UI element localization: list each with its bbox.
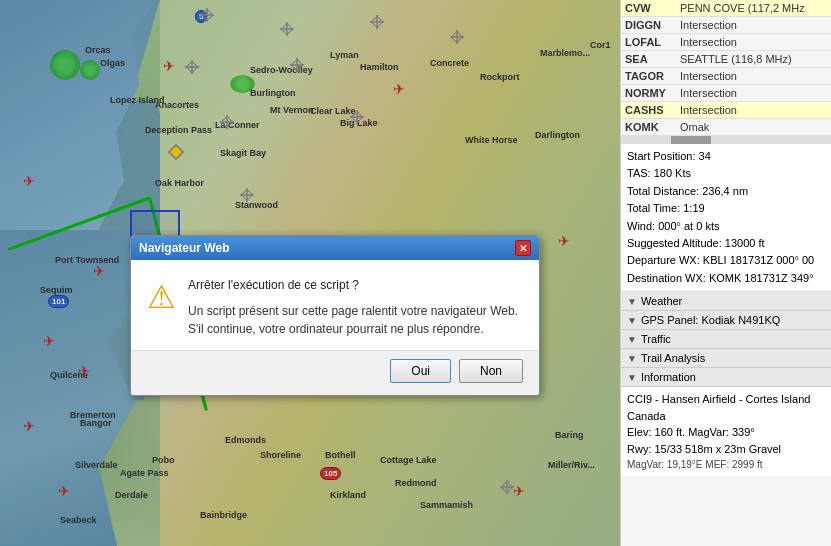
runway-info: Rwy: 15/33 518m x 23m Gravel <box>627 441 825 458</box>
nav-value: Intersection <box>676 102 831 119</box>
dialog-main-text: Arrêter l'exécution de ce script ? <box>188 276 523 294</box>
section-label: GPS Panel: Kodiak N491KQ <box>641 314 780 326</box>
scroll-indicator[interactable] <box>621 136 831 144</box>
dialog-text: Arrêter l'exécution de ce script ? Un sc… <box>188 276 523 338</box>
nav-id: CASHS <box>621 102 676 119</box>
nav-table-row: KOMKOmak <box>621 119 831 136</box>
nav-id: SEA <box>621 51 676 68</box>
right-panel: CVWPENN COVE (117,2 MHzDIGGNIntersection… <box>620 0 831 546</box>
warning-icon: ⚠ <box>147 278 176 316</box>
nav-value: Intersection <box>676 34 831 51</box>
chevron-icon: ▼ <box>627 315 637 326</box>
dialog-close-button[interactable]: ✕ <box>515 240 531 256</box>
nav-id: CVW <box>621 0 676 17</box>
airport-name: CCI9 - Hansen Airfield - Cortes Island <box>627 391 825 408</box>
nav-id: LOFAL <box>621 34 676 51</box>
start-position: Start Position: 34 <box>627 148 825 165</box>
tas: TAS: 180 Kts <box>627 165 825 182</box>
dialog: Navigateur Web ✕ ⚠ Arrêter l'exécution d… <box>130 235 540 396</box>
dialog-footer: Oui Non <box>131 350 539 395</box>
total-distance: Total Distance: 236,4 nm <box>627 183 825 200</box>
dialog-overlay: Navigateur Web ✕ ⚠ Arrêter l'exécution d… <box>0 0 620 546</box>
nav-value: Intersection <box>676 85 831 102</box>
dialog-sub-text: Un script présent sur cette page ralenti… <box>188 302 523 338</box>
section-header-2[interactable]: ▼Traffic <box>621 330 831 349</box>
section-header-0[interactable]: ▼Weather <box>621 292 831 311</box>
flight-info-block: Start Position: 34 TAS: 180 Kts Total Di… <box>621 144 831 292</box>
chevron-icon: ▼ <box>627 353 637 364</box>
coordinates: MagVar: 19,19°E MEF: 2999 ft <box>627 457 825 472</box>
map-area[interactable]: OrcasOlgasLopez IslandAnacortesSedro-Woo… <box>0 0 620 546</box>
navigation-table: CVWPENN COVE (117,2 MHzDIGGNIntersection… <box>621 0 831 136</box>
chevron-icon: ▼ <box>627 334 637 345</box>
dialog-title-text: Navigateur Web <box>139 241 229 255</box>
dialog-no-button[interactable]: Non <box>459 359 523 383</box>
nav-value: Intersection <box>676 68 831 85</box>
sections-container: ▼Weather▼GPS Panel: Kodiak N491KQ▼Traffi… <box>621 292 831 387</box>
chevron-icon: ▼ <box>627 296 637 307</box>
nav-value: Omak <box>676 119 831 136</box>
wind: Wind: 000° at 0 kts <box>627 218 825 235</box>
nav-id: KOMK <box>621 119 676 136</box>
nav-table-row: DIGGNIntersection <box>621 17 831 34</box>
suggested-altitude: Suggested Altitude: 13000 ft <box>627 235 825 252</box>
elevation: Elev: 160 ft. MagVar: 339° <box>627 424 825 441</box>
section-label: Trail Analysis <box>641 352 705 364</box>
dialog-body: ⚠ Arrêter l'exécution de ce script ? Un … <box>131 260 539 350</box>
chevron-icon: ▼ <box>627 372 637 383</box>
nav-table-row: NORMYIntersection <box>621 85 831 102</box>
departure-wx: Departure WX: KBLI 181731Z 000° 00 <box>627 252 825 269</box>
destination-wx: Destination WX: KOMK 181731Z 349° <box>627 270 825 287</box>
nav-value: Intersection <box>676 17 831 34</box>
section-label: Weather <box>641 295 682 307</box>
section-label: Information <box>641 371 696 383</box>
nav-table-row: CASHSIntersection <box>621 102 831 119</box>
total-time: Total Time: 1:19 <box>627 200 825 217</box>
country: Canada <box>627 408 825 425</box>
section-header-1[interactable]: ▼GPS Panel: Kodiak N491KQ <box>621 311 831 330</box>
section-header-3[interactable]: ▼Trail Analysis <box>621 349 831 368</box>
nav-table-row: LOFALIntersection <box>621 34 831 51</box>
nav-id: DIGGN <box>621 17 676 34</box>
nav-value: SEATTLE (116,8 MHz) <box>676 51 831 68</box>
nav-table-row: CVWPENN COVE (117,2 MHz <box>621 0 831 17</box>
scroll-thumb[interactable] <box>671 136 711 144</box>
dialog-title-bar: Navigateur Web ✕ <box>131 236 539 260</box>
nav-id: NORMY <box>621 85 676 102</box>
nav-id: TAGOR <box>621 68 676 85</box>
section-label: Traffic <box>641 333 671 345</box>
nav-table-row: TAGORIntersection <box>621 68 831 85</box>
section-header-4[interactable]: ▼Information <box>621 368 831 387</box>
dialog-yes-button[interactable]: Oui <box>390 359 451 383</box>
nav-table-row: SEASEATTLE (116,8 MHz) <box>621 51 831 68</box>
nav-value: PENN COVE (117,2 MHz <box>676 0 831 17</box>
bottom-info: CCI9 - Hansen Airfield - Cortes Island C… <box>621 387 831 476</box>
